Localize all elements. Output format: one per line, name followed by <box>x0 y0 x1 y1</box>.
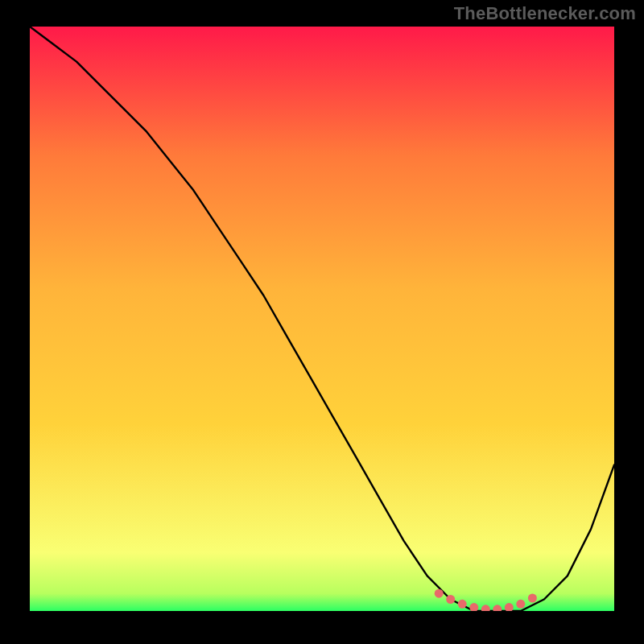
attribution-text: TheBottlenecker.com <box>454 3 636 24</box>
optimal-marker <box>528 594 537 603</box>
chart-svg <box>30 27 614 611</box>
optimal-marker <box>458 600 467 609</box>
plot-area <box>30 27 614 611</box>
gradient-background <box>30 27 614 611</box>
optimal-marker <box>516 600 525 609</box>
optimal-marker <box>446 595 455 604</box>
optimal-marker <box>435 589 444 598</box>
chart-container: TheBottlenecker.com <box>0 0 644 644</box>
